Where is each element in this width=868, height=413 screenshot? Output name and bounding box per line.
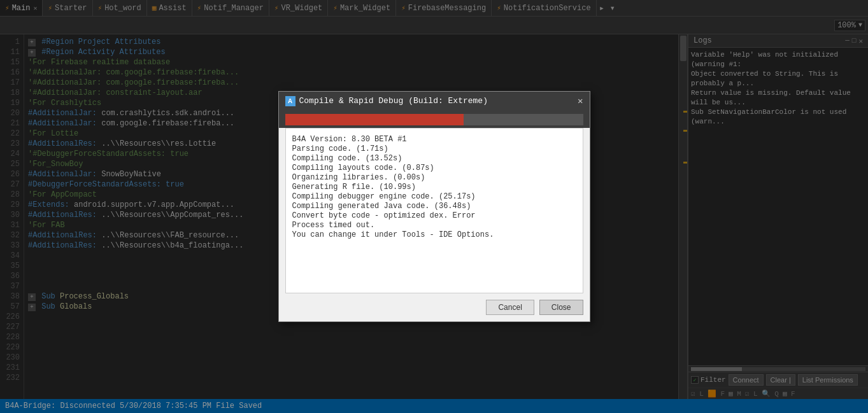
dialog-app-icon: A — [285, 96, 295, 106]
dialog-footer: Cancel Close — [279, 293, 590, 321]
compile-dialog: A Compile & Rapid Debug (Build: Extreme)… — [278, 91, 590, 322]
dialog-line-9: Convert byte code - optimized dex. Error — [292, 211, 576, 221]
dialog-line-6: Generating R file. (10.99s) — [292, 183, 576, 192]
progress-bar-fill — [285, 114, 464, 125]
dialog-line-11: You can change it under Tools - IDE Opti… — [292, 230, 576, 240]
dialog-line-1: B4A Version: 8.30 BETA #1 — [292, 135, 576, 144]
dialog-line-10: Process timed out. — [292, 221, 576, 230]
dialog-close-button[interactable]: ✕ — [578, 95, 583, 106]
dialog-cancel-button[interactable]: Cancel — [486, 300, 534, 315]
dialog-line-5: Organizing libraries. (0.00s) — [292, 173, 576, 183]
dialog-close-btn[interactable]: Close — [539, 300, 583, 315]
dialog-body: B4A Version: 8.30 BETA #1 Parsing code. … — [285, 128, 583, 293]
dialog-line-3: Compiling code. (13.52s) — [292, 154, 576, 164]
dialog-line-8: Compiling generated Java code. (36.48s) — [292, 202, 576, 211]
dialog-progress-bar-container — [279, 110, 590, 128]
dialog-line-2: Parsing code. (1.71s) — [292, 144, 576, 154]
dialog-line-4: Compiling layouts code. (0.87s) — [292, 164, 576, 173]
dialog-title-left: A Compile & Rapid Debug (Build: Extreme) — [285, 96, 488, 106]
dialog-titlebar: A Compile & Rapid Debug (Build: Extreme)… — [279, 92, 590, 110]
dialog-overlay: A Compile & Rapid Debug (Build: Extreme)… — [0, 0, 868, 413]
progress-bar-background — [285, 114, 583, 125]
dialog-line-7: Compiling debugger engine code. (25.17s) — [292, 192, 576, 202]
dialog-title: Compile & Rapid Debug (Build: Extreme) — [299, 96, 488, 106]
